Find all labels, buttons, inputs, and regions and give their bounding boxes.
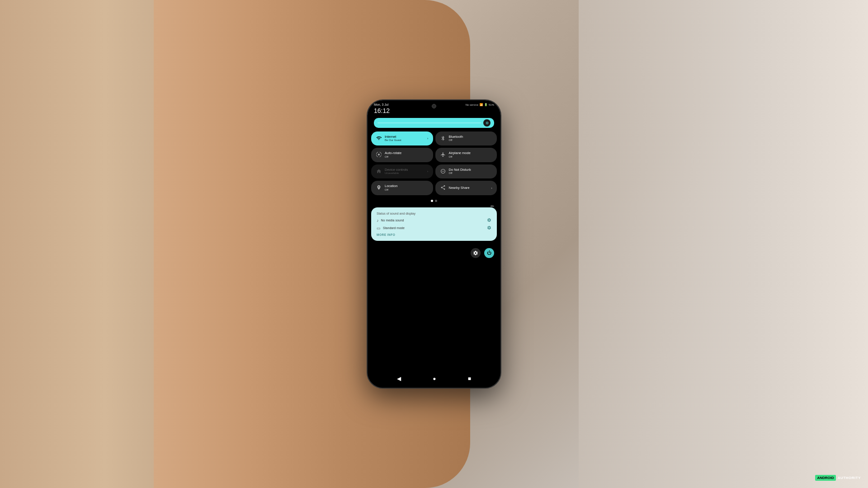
location-icon (376, 185, 382, 191)
qs-airplane-label: Airplane mode (449, 151, 493, 155)
phone-screen: Mon, 3 Jul No service 📶 🔋 51% 16:12 ⚙ (368, 100, 500, 388)
qs-tile-dnd-text: Do Not Disturb Off (449, 168, 493, 175)
status-time: 16:12 (368, 107, 500, 116)
bottom-navigation: ◀ ● ■ (368, 370, 500, 388)
qs-bluetooth-sub: Off (449, 139, 493, 142)
media-card: Status of sound and display ♪ No media s… (371, 207, 497, 241)
music-note-icon: ♪ (377, 218, 379, 223)
qs-tile-autorotate[interactable]: Auto-rotate Off (371, 148, 433, 162)
qs-tile-nearbyshare-text: Nearby Share (449, 186, 489, 190)
qs-tile-location-text: Location Off (385, 184, 429, 191)
qs-tile-internet[interactable]: Internet Be Our Guest › (371, 131, 433, 145)
qs-tile-autorotate-text: Auto-rotate Off (385, 151, 429, 158)
quick-settings-grid: Internet Be Our Guest › Bluetooth Off (368, 131, 500, 195)
media-row-display: ▭ Standard mode (377, 225, 491, 231)
power-button[interactable]: ⏻ (484, 248, 494, 258)
watermark: ANDROID AUTHORITY (815, 475, 861, 481)
nearbyshare-arrow: › (491, 186, 492, 190)
more-info-button[interactable]: MORE INFO (377, 233, 491, 236)
recents-button[interactable]: ■ (468, 375, 471, 382)
qs-location-label: Location (385, 184, 429, 188)
settings-button[interactable] (471, 248, 481, 258)
display-icon: ▭ (377, 226, 381, 230)
qs-internet-label: Internet (385, 135, 425, 139)
bg-right (579, 0, 868, 488)
brightness-slider[interactable]: ⚙ (374, 118, 494, 128)
qs-tile-airplane[interactable]: Airplane mode Off (435, 148, 497, 162)
qs-nearbyshare-label: Nearby Share (449, 186, 489, 190)
wifi-icon (376, 136, 382, 142)
page-dot-2 (435, 200, 437, 202)
media-sound-label: No media sound (381, 219, 404, 222)
qs-tile-nearbyshare[interactable]: Nearby Share › (435, 181, 497, 195)
qs-tile-internet-text: Internet Be Our Guest (385, 135, 425, 142)
media-row-sound: ♪ No media sound (377, 218, 491, 223)
page-indicator-row: ✏ (368, 198, 500, 204)
qs-location-sub: Off (385, 188, 429, 192)
qs-internet-sub: Be Our Guest (385, 139, 425, 142)
qs-dnd-sub: Off (449, 172, 493, 175)
qs-tile-bluetooth[interactable]: Bluetooth Off (435, 131, 497, 145)
qs-bluetooth-label: Bluetooth (449, 135, 493, 139)
sound-settings-icon[interactable] (487, 218, 491, 223)
devicecontrols-icon (376, 169, 382, 175)
media-card-title: Status of sound and display (377, 212, 491, 215)
home-button[interactable]: ● (433, 375, 436, 382)
qs-tile-bluetooth-text: Bluetooth Off (449, 135, 493, 142)
media-row-sound-left: ♪ No media sound (377, 218, 404, 223)
phone: Mon, 3 Jul No service 📶 🔋 51% 16:12 ⚙ (367, 99, 501, 389)
qs-tile-devicecontrols-text: Device controls Unavailable (385, 168, 425, 175)
qs-tile-devicecontrols[interactable]: Device controls Unavailable › (371, 164, 433, 178)
system-buttons: ⏻ (368, 244, 500, 260)
qs-devicecontrols-label: Device controls (385, 168, 425, 172)
watermark-android: ANDROID (815, 475, 835, 481)
display-settings-icon[interactable] (487, 225, 491, 231)
qs-tile-airplane-text: Airplane mode Off (449, 151, 493, 158)
status-battery: 51% (489, 103, 494, 106)
edit-icon[interactable]: ✏ (491, 204, 494, 209)
page-indicator (368, 198, 500, 204)
media-display-label: Standard mode (383, 226, 405, 230)
qs-dnd-label: Do Not Disturb (449, 168, 493, 172)
nearbyshare-icon (440, 185, 446, 191)
bluetooth-icon (440, 136, 446, 142)
airplane-icon (440, 152, 446, 158)
back-button[interactable]: ◀ (397, 375, 401, 382)
media-row-display-left: ▭ Standard mode (377, 226, 405, 230)
autorotate-icon (376, 152, 382, 158)
qs-airplane-sub: Off (449, 155, 493, 159)
signal-icon: 📶 (480, 103, 483, 106)
qs-autorotate-label: Auto-rotate (385, 151, 429, 155)
battery-icon: 🔋 (484, 103, 487, 106)
brightness-handle[interactable]: ⚙ (483, 119, 491, 127)
brightness-track (377, 122, 481, 123)
qs-autorotate-sub: Off (385, 155, 429, 159)
donotdisturb-icon (440, 169, 446, 175)
devicecontrols-arrow: › (427, 169, 429, 174)
status-date: Mon, 3 Jul (374, 103, 388, 106)
status-signal: No service (466, 103, 478, 106)
status-right: No service 📶 🔋 51% (466, 103, 494, 106)
qs-tile-location[interactable]: Location Off (371, 181, 433, 195)
qs-devicecontrols-sub: Unavailable (385, 172, 425, 175)
internet-arrow: › (427, 136, 429, 141)
page-dot-1 (431, 200, 433, 202)
camera-notch (432, 104, 436, 108)
qs-tile-donotdisturb[interactable]: Do Not Disturb Off (435, 164, 497, 178)
watermark-authority: AUTHORITY (838, 476, 861, 480)
